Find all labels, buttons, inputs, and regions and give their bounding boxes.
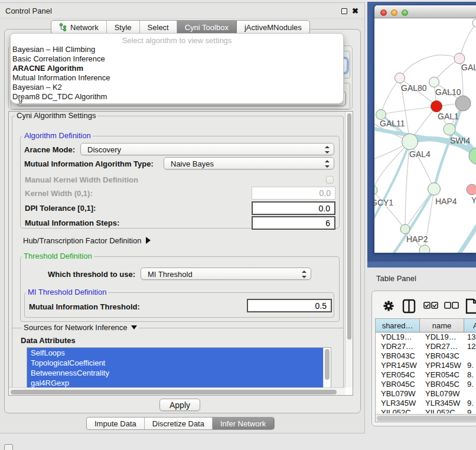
network-node-gal80[interactable] (395, 73, 405, 83)
minimize-traffic-light-icon[interactable] (391, 9, 397, 16)
unchecked-checkboxes-icon[interactable] (445, 302, 458, 308)
network-node[interactable] (419, 245, 430, 253)
table-row[interactable]: YBL079WYBL079W (376, 389, 476, 399)
table-row[interactable]: YBR045CYBR045C9. (376, 380, 476, 389)
scrollbar-thumb[interactable] (325, 349, 330, 380)
scrollbar-thumb[interactable] (347, 113, 351, 340)
cyni-bottom-tabs: Impute DataDiscretize DataInfer Network (86, 417, 275, 430)
tab-jactivemnodules[interactable]: jActiveMNodules (237, 21, 309, 34)
column-header-3[interactable]: A (464, 319, 476, 332)
network-graph: GALGAL80GAL10GAL1GAL11SWI4GAL4GCY1HAP4YH… (374, 18, 476, 253)
bottom-tab-discretize-data[interactable]: Discretize Data (145, 418, 213, 429)
network-node-swi4[interactable] (444, 123, 455, 135)
dpi-tolerance-field[interactable]: 0.0 (252, 201, 335, 215)
dropdown-item[interactable]: Basic Correlation Inference (12, 54, 110, 64)
tab-cyni-toolbox[interactable]: Cyni Toolbox (177, 21, 237, 34)
aracne-mode-label: Aracne Mode: (24, 145, 75, 154)
network-node-gal11[interactable] (376, 110, 386, 120)
network-node-label: Y (471, 195, 476, 205)
kernel-width-value: 0.0 (319, 188, 331, 198)
settings-vertical-scrollbar[interactable] (345, 112, 353, 388)
dropdown-list: Bayesian – Hill ClimbingBasic Correlatio… (12, 45, 110, 102)
kernel-width-field[interactable]: 0.0 (252, 187, 335, 200)
dropdown-item[interactable]: Mutual Information Inference (12, 73, 110, 83)
table-horizontal-scrollbar[interactable] (376, 414, 476, 422)
float-window-icon[interactable] (341, 8, 347, 14)
hub-definition-toggle[interactable]: Hub/Transcription Factor Definition (23, 236, 151, 245)
control-panel-window: Control Panel ✖ NetworkStyleSelectCyni T… (0, 3, 364, 433)
zoom-traffic-light-icon[interactable] (402, 9, 408, 16)
aracne-mode-combobox[interactable]: Discovery (80, 143, 334, 155)
checked-checkboxes-icon[interactable] (424, 302, 438, 308)
apply-button[interactable]: Apply (159, 399, 200, 411)
sources-group-title[interactable]: Sources for Network Inference (22, 324, 139, 332)
close-traffic-light-icon[interactable] (380, 9, 387, 16)
tab-network[interactable]: Network (51, 21, 107, 34)
network-node-hap2[interactable] (400, 224, 410, 234)
combo-stepper-icon (325, 146, 330, 154)
network-node-y[interactable] (467, 184, 476, 195)
table-row[interactable]: YLR345WYLR345W9. (376, 399, 476, 408)
network-window-titlebar[interactable] (374, 5, 476, 18)
combo-stepper-icon (302, 270, 307, 278)
which-threshold-combobox[interactable]: MI Threshold (141, 268, 311, 280)
dropdown-item[interactable]: Dream8 DC_TDC Algorithm (12, 92, 110, 102)
network-node[interactable] (455, 96, 471, 111)
manual-kernel-label: Manual Kernel Width Definition (25, 175, 138, 184)
split-columns-icon[interactable] (403, 300, 415, 312)
table-row[interactable]: YDL19…YDL19…13 (376, 332, 476, 342)
network-edge-highlighted[interactable] (444, 224, 476, 253)
table-toolbar-icons (372, 291, 476, 317)
table-cell: YIL052C (381, 408, 420, 413)
gear-icon[interactable] (384, 301, 394, 311)
network-node-gcy1[interactable] (374, 185, 377, 195)
document-icon[interactable] (467, 299, 476, 313)
network-node-gal4[interactable] (402, 134, 418, 150)
hub-definition-label: Hub/Transcription Factor Definition (23, 236, 141, 245)
table-row[interactable]: YIL052CYIL052C9. (376, 408, 476, 413)
network-node-label: HAP4 (435, 197, 457, 206)
network-node-hap4[interactable] (428, 183, 441, 195)
network-node-label: GAL11 (380, 119, 405, 128)
bottom-tab-infer-network[interactable]: Infer Network (213, 418, 274, 429)
network-node-gal10[interactable] (429, 77, 439, 87)
close-icon[interactable]: ✖ (352, 7, 359, 15)
expand-right-icon (146, 237, 151, 244)
mi-steps-field[interactable]: 6 (252, 216, 335, 230)
dropdown-item[interactable]: Bayesian – K2 (12, 83, 110, 92)
manual-kernel-checkbox[interactable] (326, 176, 334, 184)
table-row[interactable]: YER054CYER054C8. (376, 370, 476, 380)
tab-style[interactable]: Style (107, 21, 140, 34)
bottom-tab-impute-data[interactable]: Impute Data (87, 418, 145, 429)
attribute-item[interactable]: SelfLoops (27, 348, 324, 358)
network-edge[interactable] (381, 78, 400, 115)
mi-threshold-field[interactable]: 0.5 (247, 299, 332, 312)
mi-type-combobox[interactable]: Naive Bayes (164, 157, 334, 169)
network-node-gal1[interactable] (431, 101, 442, 112)
attributes-list-scrollbar[interactable] (323, 348, 331, 387)
column-header-2[interactable]: name (420, 319, 464, 332)
scrollbar-thumb[interactable] (11, 390, 337, 394)
network-edge[interactable] (381, 106, 436, 115)
network-edge[interactable] (400, 55, 459, 78)
dropdown-item[interactable]: ARACNE Algorithm (12, 64, 110, 73)
mi-steps-value: 6 (325, 219, 330, 228)
attribute-item[interactable]: gal4RGexp (27, 378, 324, 388)
network-canvas[interactable]: GALGAL80GAL10GAL1GAL11SWI4GAL4GCY1HAP4YH… (374, 18, 476, 253)
table-cell: YBR045C (381, 380, 420, 389)
table-row[interactable]: YBR043CYBR043C (376, 351, 476, 361)
scrollbar-thumb[interactable] (377, 416, 476, 421)
attribute-item[interactable]: TopologicalCoefficient (27, 358, 324, 368)
table-row[interactable]: YPR145WYPR145W9. (376, 361, 476, 370)
network-edge[interactable] (459, 23, 476, 58)
table-row[interactable]: YDR27…YDR27…12 (376, 342, 476, 351)
network-node[interactable] (472, 19, 476, 27)
settings-horizontal-scrollbar[interactable] (9, 387, 345, 395)
covered-combo-text-peek: g (18, 99, 25, 105)
attribute-item[interactable]: BetweennessCentrality (27, 368, 324, 378)
network-edge-highlighted[interactable] (374, 142, 410, 219)
minimized-panel-icon[interactable] (4, 444, 13, 450)
tab-select[interactable]: Select (140, 21, 177, 34)
column-header-1[interactable]: shared… (376, 319, 420, 332)
dropdown-item[interactable]: Bayesian – Hill Climbing (12, 45, 110, 54)
